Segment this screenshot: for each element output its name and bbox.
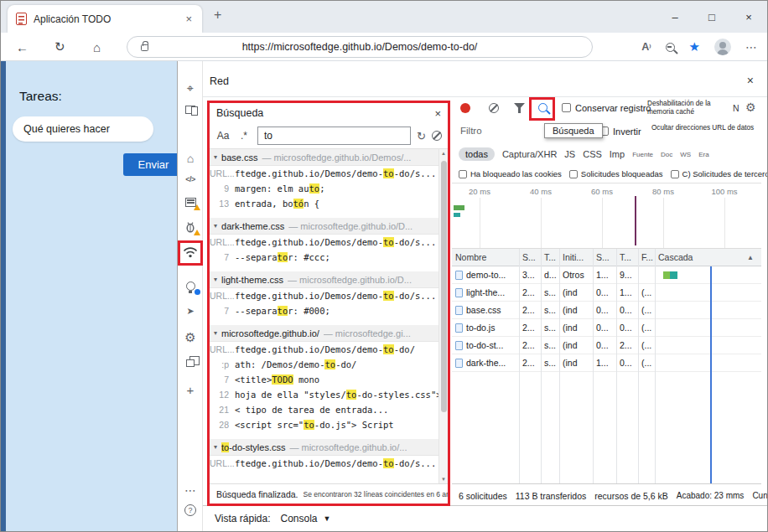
column-header[interactable]: Nombre [452,252,519,262]
back-button[interactable]: ← [16,39,29,54]
search-result-line[interactable]: 7--separator: #000; [210,303,438,318]
resource-filter-pill[interactable]: CSS [583,149,602,159]
search-result-line[interactable]: URL...ftedge.github.io/Demos/demo-to-do/… [210,166,438,181]
filter-funnel-icon[interactable] [514,103,525,113]
regex-toggle[interactable]: .* [236,130,252,142]
throttling-label[interactable]: N [733,103,739,113]
resource-filter-pill[interactable]: Fuente [632,151,653,158]
resource-filter-pill[interactable]: Captura/XHR [502,149,557,159]
resource-filter-pill[interactable]: Era [698,151,708,158]
search-result-line[interactable]: 28<script src="to-do.js"> Script [210,417,438,432]
search-result-line[interactable]: 7<title>TODO mono [210,372,438,387]
issues-lightbulb-icon[interactable] [178,276,203,296]
search-result-line[interactable]: URL...ftedge.github.io/Demos/demo-to-do/… [210,235,438,250]
debug-bug-icon[interactable] [178,217,203,237]
record-button[interactable] [460,103,470,113]
home-button[interactable]: ⌂ [93,39,101,54]
favorites-star-icon[interactable]: ★ [689,39,700,54]
devtools-close-icon[interactable]: × [747,74,754,87]
layers-windows-icon[interactable] [178,353,203,373]
resource-filter-pill[interactable]: todas [459,147,495,161]
editor-panel-icon[interactable] [178,192,203,212]
search-result-file-header[interactable]: ▾base.css— microsoftedge.github.io/Demos… [210,149,438,166]
search-result-line[interactable]: URL...ftedge.github.io/Demos/demo-to-do/… [210,456,438,471]
preserve-log-checkbox[interactable] [562,103,571,112]
search-result-file-header[interactable]: ▾microsoftedge.github.io/— microsoftedge… [210,325,438,342]
quick-view-dropdown[interactable]: Consola ▼ [281,513,331,524]
search-result-line[interactable]: 13entrada, botón { [210,196,438,211]
scroll-down-icon[interactable]: ▼ [439,477,448,482]
column-header[interactable]: S... [519,252,541,262]
search-query-input[interactable]: to [257,127,411,145]
search-result-line[interactable]: URL...ftedge.github.io/Demos/demo-to-do/… [210,288,438,303]
filter-checkbox-item[interactable]: Solicitudes bloqueadas [569,169,663,178]
filter-checkbox-item[interactable]: Ha bloqueado las cookies [459,169,562,178]
network-request-row[interactable]: demo-to...3...d...Otros1...9... [452,266,761,284]
network-overview-timeline[interactable]: 20 ms40 ms60 ms80 ms100 ms [452,183,761,249]
address-bar[interactable]: https://microsoftedge.github.io/Demos/de… [127,36,593,58]
column-header[interactable]: Initi... [559,252,593,262]
resource-filter-pill[interactable]: WS [680,151,691,158]
hide-data-urls-label[interactable]: Ocultar direcciones URL de datos [651,124,759,132]
search-clear-icon[interactable] [432,131,442,141]
resource-filter-pill[interactable]: Doc [661,151,672,158]
search-result-line[interactable]: 9margen: elm auto; [210,181,438,196]
network-request-row[interactable]: to-do-st...2...s...(ind0...2...(... [452,337,761,354]
search-result-line[interactable]: 12hoja de ella "styles/to-do-styles.css"… [210,387,438,402]
resource-filter-pill[interactable]: Imp [610,149,625,159]
search-result-file-header[interactable]: ▾dark-theme.css— microsoftedge.github.io… [210,218,438,235]
search-refresh-icon[interactable]: ↻ [417,130,426,142]
search-result-line[interactable]: 21< tipo de tarea de entrada... [210,402,438,417]
search-results-scrollbar[interactable]: ▲ ▼ [438,149,448,483]
filter-checkbox-item[interactable]: C) Solicitudes de terceros [671,169,767,178]
column-header[interactable]: T... [541,252,559,262]
column-header[interactable]: S... [593,252,616,262]
column-header[interactable]: T... [616,252,638,262]
browser-tab[interactable]: Aplicación TODO × [8,5,202,33]
checkbox[interactable] [569,170,578,178]
device-toolbar-icon[interactable] [178,100,203,120]
home-panel-icon[interactable]: ⌂ [178,148,203,168]
search-result-line[interactable]: URL...ftedge.github.io/Demos/demo-to-do/ [210,342,438,357]
sources-panel-icon[interactable]: </> [178,169,203,189]
settings-gear-icon[interactable]: ⚙ [178,328,203,348]
add-panel-icon[interactable]: + [178,380,203,400]
submit-button[interactable]: Enviar [123,153,177,176]
help-icon[interactable]: ? [178,500,203,520]
column-header[interactable]: F... [638,252,655,262]
filter-input[interactable]: Filtro [460,126,482,136]
inspect-icon[interactable]: ⌖ [178,78,203,98]
scrollbar-thumb[interactable] [441,161,447,412]
read-aloud-icon[interactable]: A [641,41,651,53]
network-request-row[interactable]: to-do.js2...s...(ind0...0...(... [452,319,761,337]
checkbox[interactable] [459,170,467,178]
search-result-line[interactable]: :path: /Demos/demo-to-do/ [210,357,438,372]
settings-menu-icon[interactable]: ⋯ [745,40,757,54]
network-settings-gear-icon[interactable]: ⚙ [745,101,756,114]
network-request-row[interactable]: base.css2...s...(ind0...0...(... [452,302,761,319]
zoom-icon[interactable] [666,43,675,52]
network-request-row[interactable]: light-the...2...s...(ind0...1...(... [452,284,761,302]
search-result-file-header[interactable]: ▾light-theme.css— microsoftedge.github.i… [210,271,438,288]
refresh-button[interactable]: ↻ [54,39,65,54]
resource-filter-pill[interactable]: JS [564,149,575,159]
scroll-up-icon[interactable]: ▲ [439,151,448,156]
profile-avatar[interactable] [714,39,731,55]
search-result-line[interactable]: 7--separator: #ccc; [210,250,438,265]
performance-arrow-icon[interactable]: ➤ [178,301,203,321]
search-result-file-header[interactable]: ▾to-do-styles.css— microsoftedge.github.… [210,439,438,456]
search-close-icon[interactable]: × [434,107,441,120]
more-options-icon[interactable]: ⋯ [178,480,203,500]
disable-cache-label[interactable]: Deshabilitación de la memoria caché [647,100,729,116]
clear-network-log-icon[interactable] [489,103,499,113]
column-header-waterfall[interactable]: Cascada▲ [655,252,761,262]
close-window-button[interactable]: × [730,1,767,33]
todo-input[interactable]: Qué quieres hacer [13,116,153,142]
match-case-toggle[interactable]: Aa [215,130,231,142]
network-request-row[interactable]: dark-the...2...s...(ind1...0...(... [452,354,761,372]
new-tab-button[interactable]: + [214,8,221,23]
minimize-button[interactable]: – [656,1,693,33]
checkbox[interactable] [671,170,679,178]
maximize-button[interactable]: □ [693,1,730,33]
tab-close-icon[interactable]: × [184,13,194,25]
